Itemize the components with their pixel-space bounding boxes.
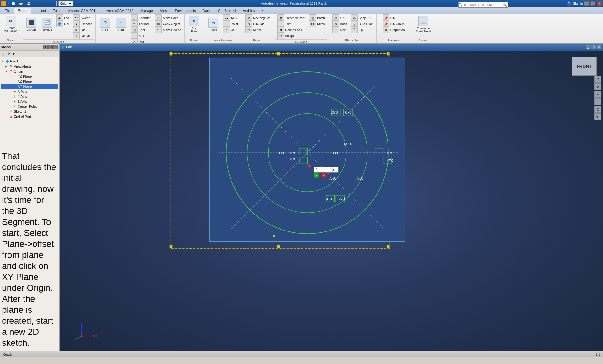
nav-pan[interactable]: ✥: [594, 83, 601, 90]
hole-button[interactable]: ⊙ Hole: [98, 15, 113, 34]
sidebar-toggle-filter[interactable]: ≡: [43, 45, 48, 49]
sidebar-options[interactable]: ⚙: [48, 45, 53, 49]
nav-look[interactable]: 👁: [594, 113, 601, 120]
convert-sheet-metal-button[interactable]: ⬜ Convert toSheet Metal: [414, 15, 433, 34]
trim-button[interactable]: ✂Trim: [276, 21, 307, 27]
move-face-button[interactable]: ⤢Move Face: [153, 15, 182, 21]
tab-model[interactable]: Model: [14, 8, 31, 14]
chamfer-button[interactable]: ◺Chamfer: [129, 15, 153, 21]
viewport-close[interactable]: ✕: [597, 45, 602, 49]
copy-object-button[interactable]: ⊞Copy Object: [153, 21, 182, 27]
minimize-button[interactable]: _: [584, 1, 589, 6]
coil-button[interactable]: 🌀Coil: [55, 21, 71, 27]
point-button[interactable]: •Point: [221, 21, 240, 27]
tree-item-xz-plane[interactable]: ▭ XZ Plane: [1, 79, 58, 84]
tab-view[interactable]: View: [157, 8, 171, 14]
tab-getstarted[interactable]: Get Started: [215, 8, 239, 14]
tree-item-z-axis[interactable]: ↗ Z Axis: [1, 99, 58, 104]
split-button[interactable]: ⊢Split: [129, 33, 153, 39]
tab-addins[interactable]: Add-Ins: [239, 8, 258, 14]
snap-fit-button[interactable]: ⊙Snap Fit: [349, 15, 374, 21]
boss-button[interactable]: ⊕Boss: [331, 21, 349, 27]
mirror-button[interactable]: ⊟Mirror: [244, 27, 272, 33]
sweep-button[interactable]: 〜Sweep: [71, 15, 94, 21]
tab-vault[interactable]: Vault: [200, 8, 214, 14]
tree-item-part1[interactable]: ▼ 🔷 Part1: [1, 59, 58, 64]
viewport-canvas[interactable]: .070 .070 .300 .300 .300 .300 1.000 .070…: [60, 51, 603, 351]
maximize-button[interactable]: □: [590, 1, 595, 6]
tree-item-x-axis[interactable]: — X Axis: [1, 89, 58, 94]
tab-inventorcam2012[interactable]: InventorCAM 2012: [101, 8, 137, 14]
thicken-offset-button[interactable]: ⬒Thicken/Offset: [276, 15, 307, 21]
qat-print[interactable]: 🖨: [48, 1, 54, 6]
sculpt-button[interactable]: ⚒Sculpt: [276, 33, 307, 39]
lip-button[interactable]: ⌒Lip: [349, 27, 374, 33]
tab-manage[interactable]: Manage: [137, 8, 156, 14]
tab-environments[interactable]: Environments: [171, 8, 199, 14]
view-cube[interactable]: FRONT: [572, 57, 597, 76]
rectangular-button[interactable]: ⊞Rectangular: [244, 15, 272, 21]
viewport-maximize[interactable]: □: [591, 45, 596, 49]
nav-zoom-out[interactable]: −: [594, 98, 601, 105]
delete-face-button[interactable]: ✖Delete Face: [276, 27, 307, 33]
tree-item-xy-plane[interactable]: ▭ XY Plane: [1, 84, 58, 89]
help-button[interactable]: ?: [566, 1, 572, 6]
revolve-button[interactable]: 🔄 Revolve: [39, 15, 54, 34]
rib-button[interactable]: ≡Rib: [71, 27, 94, 33]
tab-inspect[interactable]: Inspect: [31, 8, 49, 14]
tab-tools[interactable]: Tools: [50, 8, 65, 14]
plane-button[interactable]: ▱ Plane: [206, 15, 221, 34]
color-selector[interactable]: Color: [58, 1, 73, 6]
qat-undo[interactable]: ↩: [33, 1, 39, 6]
create-dropdown-icon[interactable]: ▾: [63, 40, 64, 43]
create-2d-sketch-button[interactable]: ✏ Create2D Sketch: [3, 15, 19, 34]
loft-button[interactable]: ◈Loft: [55, 15, 71, 21]
nav-zoom-in[interactable]: +: [594, 91, 601, 98]
circular-button[interactable]: ⊙Circular: [244, 21, 272, 27]
nav-orbit[interactable]: ⟲: [594, 76, 601, 83]
model-icon[interactable]: ⚙: [6, 52, 11, 56]
rest-button[interactable]: ⌐Rest: [331, 27, 349, 33]
draft-button[interactable]: ⟋Draft: [129, 39, 153, 44]
tree-item-y-axis[interactable]: | Y Axis: [1, 94, 58, 99]
tree-item-origin[interactable]: ▼ 📍 Origin: [1, 69, 58, 74]
stitch-button[interactable]: ⋈Stitch: [307, 21, 327, 27]
search-box[interactable]: 🔍: [458, 2, 508, 8]
axis-button[interactable]: ⊶Axis: [221, 15, 240, 21]
view-icon[interactable]: 👁: [11, 52, 16, 56]
tab-more[interactable]: ▾: [258, 7, 267, 14]
nav-zoom-fit[interactable]: ⊡: [594, 106, 601, 113]
properties-button[interactable]: ⚙Properties: [381, 27, 406, 33]
surface-dropdown-icon[interactable]: ▾: [306, 40, 307, 43]
qat-open[interactable]: 📂: [18, 1, 24, 6]
edit-form-button[interactable]: ✦ EditForm: [187, 15, 202, 34]
tree-item-center-point[interactable]: ✦ Center Point: [1, 104, 58, 109]
tree-item-view-master[interactable]: ▶ 👁 View:Master: [1, 64, 58, 69]
qat-redo[interactable]: ↪: [41, 1, 47, 6]
tab-file[interactable]: File: [1, 8, 14, 14]
qat-save[interactable]: 💾: [25, 1, 32, 6]
tree-item-yz-plane[interactable]: ▭ YZ Plane: [1, 74, 58, 79]
viewport-minimize[interactable]: _: [585, 45, 590, 49]
search-input[interactable]: [459, 3, 503, 7]
tree-item-sketch1[interactable]: ✏ Sketch1: [1, 109, 58, 114]
pin-group-button[interactable]: 📌Pin Group: [381, 21, 406, 27]
tab-inventorcam2011[interactable]: InventorCAM 2011: [65, 8, 101, 14]
extrude-button[interactable]: ⬛ Extrude: [24, 15, 39, 34]
emboss-button[interactable]: ▲Emboss: [71, 21, 94, 27]
qat-new[interactable]: 📄: [10, 1, 17, 6]
shell-button[interactable]: ▢Shell: [129, 27, 153, 33]
thread-button[interactable]: ⫛Thread: [129, 21, 153, 27]
sign-in-link[interactable]: Sign In: [573, 2, 583, 5]
fillet-button[interactable]: ╮ Fillet: [113, 15, 128, 34]
close-button[interactable]: ✕: [597, 1, 602, 6]
patch-button[interactable]: ▦Patch: [307, 15, 327, 21]
pin-button[interactable]: 📌Pin: [381, 15, 406, 21]
derive-button[interactable]: ⤵Derive: [71, 33, 94, 39]
sidebar-close[interactable]: ✕: [53, 45, 58, 49]
rule-fillet-button[interactable]: ╮Rule Fillet: [349, 21, 374, 27]
move-bodies-button[interactable]: ⤡Move Bodies: [153, 27, 182, 33]
ucs-button[interactable]: ⌖UCS: [221, 27, 240, 33]
grill-button[interactable]: ⊟Grill: [331, 15, 349, 21]
tree-item-end-of-part[interactable]: ⊘ End of Part: [1, 114, 58, 119]
